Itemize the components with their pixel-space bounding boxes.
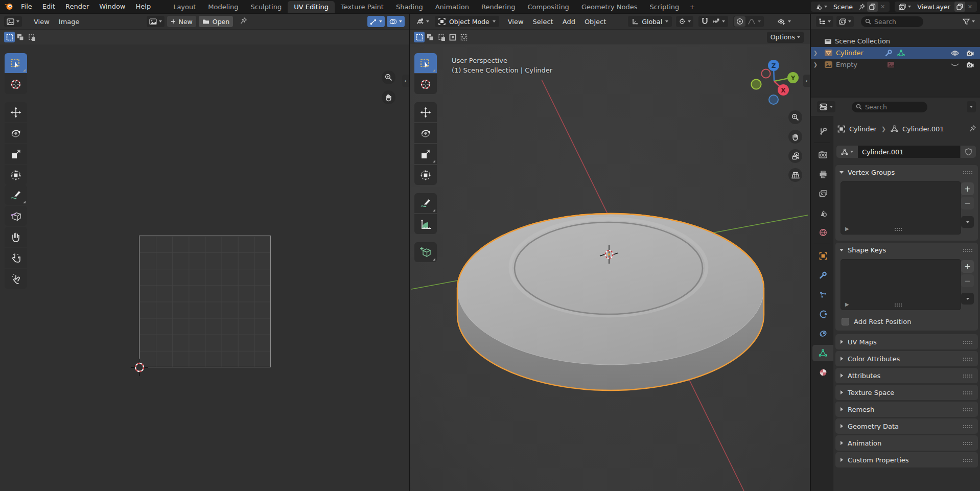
shape-key-remove-button[interactable]: − [961,274,974,287]
panel-drag-grip[interactable] [963,458,973,462]
tab-viewlayer-properties[interactable] [812,185,833,202]
panel-drag-grip[interactable] [963,408,973,411]
tab-shading[interactable]: Shading [390,1,429,13]
vp-tool-measure[interactable] [414,214,437,234]
section-attributes[interactable]: Attributes [835,368,978,383]
panel-drag-grip[interactable] [963,357,973,361]
uv-tool-relax[interactable] [5,248,27,268]
expand-arrow[interactable]: ❯ [811,62,820,67]
shape-key-specials-button[interactable] [961,293,974,305]
scene-new-copy-button[interactable] [867,2,878,12]
panel-drag-grip[interactable] [963,248,973,252]
viewlayer-remove-button[interactable]: ✕ [965,4,975,10]
tab-layout[interactable]: Layout [167,1,202,13]
vp-select-mode-new[interactable] [414,32,425,42]
list-expand-arrow[interactable]: ▶ [845,226,849,231]
vp-tool-scale[interactable] [414,144,437,164]
uv-zoom-button[interactable] [382,71,395,84]
vertex-groups-list[interactable]: ▶ [841,181,961,235]
tab-sculpting[interactable]: Sculpting [244,1,288,13]
breadcrumb-data-name[interactable]: Cylinder.001 [902,125,944,133]
menu-help[interactable]: Help [131,0,156,13]
uv-sidebar-toggle[interactable]: ‹ [402,75,409,87]
outliner-row-empty[interactable]: ❯ Empty [811,59,980,71]
tab-world-properties[interactable] [812,224,833,241]
image-data-icon[interactable] [887,61,895,68]
outliner-id-filter-button[interactable] [836,16,854,27]
uv-show-overlays-toggle[interactable] [387,16,405,27]
tab-rendering[interactable]: Rendering [475,1,521,13]
section-color-attributes[interactable]: Color Attributes [835,351,978,366]
vp-tool-add-cube[interactable] [414,242,437,262]
breadcrumb-pin-icon[interactable] [969,125,976,132]
gizmo-axis-z[interactable]: Z [768,60,779,71]
uv-select-mode-extend[interactable] [15,32,26,42]
tab-compositing[interactable]: Compositing [521,1,575,13]
tab-modeling[interactable]: Modeling [202,1,244,13]
vp-tool-cursor[interactable] [414,74,437,94]
uv-menu-view[interactable]: View [29,18,54,26]
vp-tool-transform[interactable] [414,165,437,185]
hidden-eye-closed-icon[interactable] [951,62,959,68]
tab-animation[interactable]: Animation [429,1,475,13]
vertex-group-remove-button[interactable]: − [961,197,974,209]
scene-unlink-button[interactable]: ✕ [878,4,888,10]
gizmo-axis-y[interactable]: Y [787,72,799,83]
disable-in-renders-camera-icon[interactable] [966,62,974,68]
gizmo-axis-neg-y[interactable] [751,79,761,89]
vp-tool-rotate[interactable] [414,123,437,143]
uv-pan-button[interactable] [382,90,395,104]
menu-file[interactable]: File [16,0,37,13]
uv-tool-rotate[interactable] [5,123,27,143]
section-remesh[interactable]: Remesh [835,402,978,417]
tab-output-properties[interactable] [812,166,833,182]
tab-scene-properties[interactable] [812,205,833,221]
vp-tool-annotate[interactable] [414,193,437,213]
uv-new-image-button[interactable]: New [167,16,196,27]
shape-keys-header[interactable]: Shape Keys [835,243,978,257]
gizmo-axis-x[interactable]: X [778,84,789,96]
uv-select-mode-new[interactable] [4,32,15,42]
panel-drag-grip[interactable] [963,171,973,174]
fake-user-shield-button[interactable] [961,146,976,158]
tab-object-properties[interactable] [812,248,833,264]
vp-pan-button[interactable] [788,130,802,144]
shape-keys-list[interactable]: ▶ [841,259,961,310]
mode-selector[interactable]: Object Mode [435,16,499,27]
vertex-group-specials-button[interactable] [961,216,974,228]
blender-logo-icon[interactable] [4,2,14,12]
uv-tool-transform[interactable] [5,165,27,185]
transform-orientation-selector[interactable]: Global [628,16,672,27]
uv-open-image-button[interactable]: Open [199,16,233,27]
viewlayer-icon[interactable] [897,2,913,12]
viewport-editor-type-button[interactable] [414,16,432,27]
menu-window[interactable]: Window [94,0,130,13]
cylinder-object[interactable] [457,214,764,390]
vp-select-mode-extend[interactable] [425,32,436,42]
uv-tool-scale[interactable] [5,144,27,164]
vp-select-mode-invert[interactable] [448,32,458,42]
viewlayer-name[interactable]: ViewLayer [913,3,954,11]
panel-drag-grip[interactable] [963,441,973,445]
navigation-gizmo[interactable]: Z Y X [746,54,803,110]
vertex-group-add-button[interactable]: + [961,182,974,195]
vp-sidebar-toggle[interactable]: ‹ [803,75,810,87]
proportional-edit-toggle[interactable] [734,16,745,27]
outliner-search[interactable] [861,16,923,27]
tab-material-properties[interactable] [812,364,833,381]
uv-tool-rip-region[interactable] [5,206,27,226]
vp-menu-object[interactable]: Object [580,18,611,26]
tab-scripting[interactable]: Scripting [644,1,686,13]
menu-edit[interactable]: Edit [37,0,60,13]
object-visibility-selector[interactable] [775,16,794,27]
section-animation[interactable]: Animation [835,435,978,451]
uv-select-mode-subtract[interactable] [27,32,37,42]
pivot-point-selector[interactable] [676,16,693,27]
add-rest-position-checkbox[interactable] [842,318,849,325]
viewlayer-new-copy-button[interactable] [954,2,965,12]
snap-toggle-magnet[interactable] [699,16,710,27]
tab-render-properties[interactable] [812,147,833,163]
gizmo-axis-neg-x[interactable] [761,69,770,78]
gizmo-axis-neg-z[interactable] [769,95,778,104]
uv-tool-annotate[interactable] [5,185,27,205]
